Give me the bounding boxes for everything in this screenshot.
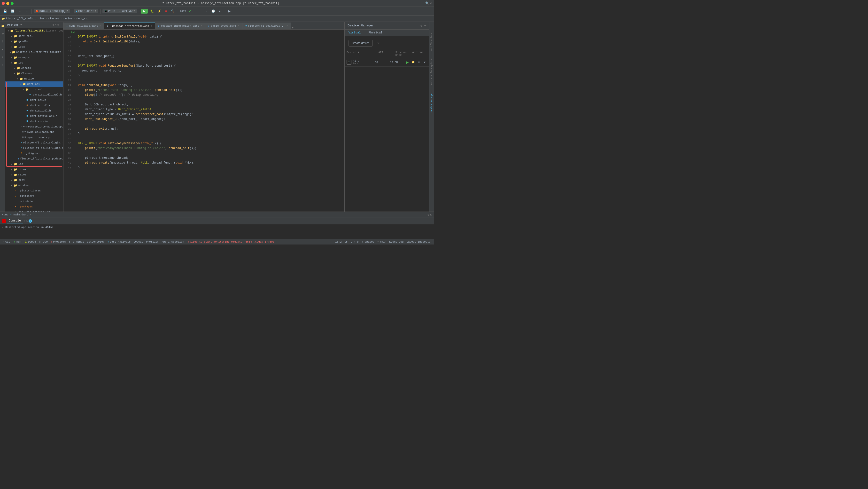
run-tab-main-dart[interactable]: main.dart xyxy=(13,213,28,216)
panel-expand-icon[interactable]: ≡ xyxy=(55,24,56,26)
dart-analysis-status-item[interactable]: ◆ Dart Analysis xyxy=(107,240,130,243)
console-output-area[interactable]: » Restarted application in 484ms. xyxy=(0,224,434,239)
toolbar-save-btn[interactable]: 💾 xyxy=(2,9,8,13)
run-tab-close[interactable]: × xyxy=(30,213,31,216)
tree-item-flutter-ffi-m[interactable]: M FlutterFfiToolkitPlugin.m xyxy=(5,145,63,151)
tab-close-basic-types[interactable]: × xyxy=(238,25,239,27)
tab-flutter-ffi-plugin[interactable]: H FlutterFfiToolkitPlu... × xyxy=(242,23,291,29)
device-manager-edge-btn[interactable]: Device Manager xyxy=(429,91,434,113)
git-rollback-btn[interactable]: ↩ xyxy=(217,9,223,13)
git-branches-btn[interactable]: ⑂ xyxy=(205,9,209,13)
device-edit-button[interactable]: ✏ xyxy=(416,60,422,65)
tree-item-gitignore-root[interactable]: G .gitignore xyxy=(5,193,63,199)
console-recycle-icon[interactable]: ↻ xyxy=(26,220,28,223)
tree-item-dart-api-dl-c[interactable]: C dart_api_dl.c xyxy=(5,103,63,108)
tree-item-dart-api-dl-impl[interactable]: H dart_api_dl_impl.h xyxy=(5,92,63,97)
getconsole-status-item[interactable]: GetConsole: xyxy=(87,240,104,243)
tree-item-packages[interactable]: • .packages xyxy=(5,204,63,209)
sidebar-pullrequest-icon[interactable]: ⤴ xyxy=(0,39,5,44)
sidebar-structure-icon[interactable]: ≡ xyxy=(0,55,5,60)
maximize-button[interactable] xyxy=(11,2,13,5)
toolbar-profile-btn[interactable]: ▶ xyxy=(227,9,232,13)
logcat-status-item[interactable]: Logcat xyxy=(133,240,143,243)
app-inspection-status-item[interactable]: App Inspection xyxy=(162,240,184,243)
tree-item-example[interactable]: ▶ 📁 example xyxy=(5,55,63,60)
run-button[interactable]: ▶ xyxy=(141,9,148,13)
panel-locate-icon[interactable]: ⊕ xyxy=(53,24,54,26)
breadcrumb-root[interactable]: 📁 flutter_ffi_toolkit xyxy=(2,17,36,20)
settings-icon[interactable]: ⚙ xyxy=(430,1,432,5)
device-selector[interactable]: 📱 Pixel 2 API 30 ▼ xyxy=(102,9,137,13)
sidebar-project-icon[interactable]: 📁 xyxy=(0,24,5,29)
close-button[interactable] xyxy=(2,2,5,5)
tab-message-interaction-dart[interactable]: ◆ message_interaction.dart × xyxy=(155,23,205,29)
breadcrumb-native[interactable]: native xyxy=(63,17,72,20)
breadcrumb-classes[interactable]: Classes xyxy=(48,17,59,20)
tree-item-analysis-options[interactable]: Y analysis_options.yaml xyxy=(5,209,63,211)
project-panel-dropdown[interactable]: ▼ xyxy=(20,24,22,26)
git-history-btn[interactable]: 🕐 xyxy=(210,9,217,13)
git-checkmark-btn[interactable]: ✓ xyxy=(187,9,193,13)
tab-close-flutter-ffi[interactable]: × xyxy=(286,25,288,27)
device-manager-settings-icon[interactable]: ⚙ xyxy=(421,24,423,28)
tree-item-message-cpp[interactable]: C++ message_interaction.cpp xyxy=(5,124,63,130)
tree-item-ios[interactable]: ▼ 📁 ios xyxy=(5,60,63,65)
tab-close-message-dart[interactable]: × xyxy=(200,25,202,27)
run-bar-settings-icon[interactable]: ⚙ xyxy=(428,213,429,217)
toolbar-forward-btn[interactable]: → xyxy=(24,9,30,13)
search-icon[interactable]: 🔍 xyxy=(425,1,429,5)
todo-status-item[interactable]: ☑ TODO xyxy=(39,240,48,243)
tree-item-dart-tool[interactable]: ▶ 📁 dart_tool xyxy=(5,33,63,39)
tree-item-windows[interactable]: ▶ 📁 windows xyxy=(5,183,63,188)
device-run-button[interactable]: ▶ xyxy=(405,60,410,65)
tree-item-test[interactable]: ▶ 📁 test xyxy=(5,177,63,183)
tree-item-gradle[interactable]: ▶ 📁 gradle xyxy=(5,39,63,44)
build-button[interactable]: 🔨 xyxy=(169,9,176,13)
tree-item-dart-api-h[interactable]: H dart_api.h xyxy=(5,97,63,103)
run-bar-expand-icon[interactable]: ⊡ xyxy=(430,213,432,217)
breadcrumb-dart-api[interactable]: dart_api xyxy=(76,17,89,20)
sidebar-bookmark-icon[interactable]: ★ xyxy=(0,62,5,67)
tree-item-podspec[interactable]: ◆ flutter_ffi_toolkit.podspec xyxy=(5,156,63,162)
tree-item-metadata[interactable]: • .metadata xyxy=(5,199,63,204)
tree-item-classes[interactable]: ▼ 📁 Classes xyxy=(5,71,63,76)
tree-item-lib[interactable]: ▶ 📁 lib xyxy=(5,162,63,167)
tree-item-dart-api-dl-h[interactable]: H dart_api_dl.h xyxy=(5,108,63,113)
tab-message-interaction-cpp[interactable]: C++ message_interaction.cpp × xyxy=(104,23,155,29)
toolbar-attach-btn[interactable]: ⚡ xyxy=(156,9,163,13)
sidebar-commit-icon[interactable]: ⟲ xyxy=(0,31,5,36)
position-indicator[interactable]: 16:2 xyxy=(335,240,341,243)
tree-item-dart-api[interactable]: ▼ 📁 dart_api xyxy=(5,81,63,87)
minimize-button[interactable] xyxy=(6,2,9,5)
tree-item-sync-invoke[interactable]: C++ sync_invoke.cpp xyxy=(5,135,63,140)
device-folder-button[interactable]: 📁 xyxy=(411,60,415,65)
device-manager-close-icon[interactable]: — xyxy=(424,24,426,28)
tab-close-message-cpp[interactable]: × xyxy=(150,25,152,28)
run-status-item[interactable]: ▶ Run xyxy=(14,240,21,243)
tab-close-sync-callback[interactable]: × xyxy=(99,25,101,27)
profiler-status-item[interactable]: Profiler xyxy=(146,240,159,243)
tree-item-native[interactable]: ▼ 📁 native xyxy=(5,76,63,81)
tree-item-root[interactable]: ▼ 📁 flutter_ffi_toolkit library root xyxy=(5,28,63,33)
tree-item-dart-version-h[interactable]: H dart_version.h xyxy=(5,119,63,124)
branch-indicator[interactable]: ⑂ main xyxy=(377,240,386,243)
git-update-btn[interactable]: ↑ xyxy=(194,9,198,13)
toolbar-back-btn[interactable]: ← xyxy=(17,9,23,13)
git-push-btn[interactable]: ↓ xyxy=(199,9,204,13)
code-content[interactable]: DART_EXPORT intptr_t InitDartApiDL(void*… xyxy=(76,30,344,211)
tab-basic-types-dart[interactable]: ◆ basic_types.dart × xyxy=(205,23,242,29)
debug-status-item[interactable]: 🐛 Debug xyxy=(24,240,36,243)
breadcrumb-ios[interactable]: ios xyxy=(40,17,44,20)
tree-item-assets[interactable]: ▶ 📁 Assets xyxy=(5,65,63,71)
toolbar-sync-btn[interactable]: 🔄 xyxy=(9,9,16,13)
line-ending-indicator[interactable]: LF xyxy=(345,240,348,243)
dm-tab-virtual[interactable]: Virtual xyxy=(345,30,365,36)
main-dart-selector[interactable]: ◆ main.dart ▼ xyxy=(74,9,98,13)
tree-item-idea[interactable]: ▶ 📁 idea xyxy=(5,44,63,50)
tabs-more[interactable]: ▼ xyxy=(292,26,294,29)
run-config-selector[interactable]: 🍎 macOS (desktop) ▼ xyxy=(34,9,70,13)
git-branch-indicator[interactable]: ⑂ Git xyxy=(2,240,11,243)
dm-header-size[interactable]: Size on Disk xyxy=(395,51,410,57)
notifications-edge-btn[interactable]: Notifications xyxy=(429,31,434,52)
terminal-status-item[interactable]: ▣ Terminal xyxy=(69,240,84,243)
